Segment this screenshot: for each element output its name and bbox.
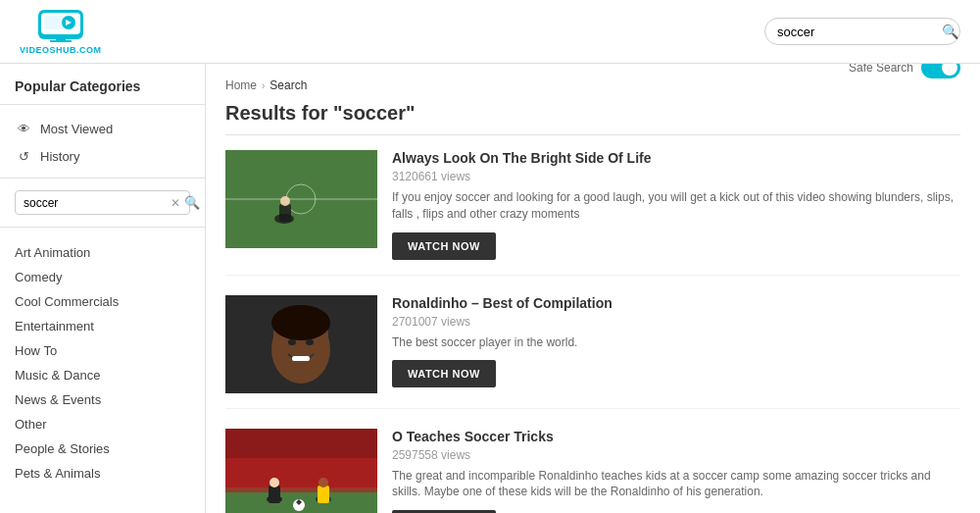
sidebar-category-news-events[interactable]: News & Events: [0, 387, 205, 412]
result-views: 3120661 views: [392, 170, 960, 183]
header: VIDEOSHUB.COM 🔍: [0, 0, 980, 64]
svg-point-16: [271, 305, 330, 340]
sidebar-item-most-viewed[interactable]: 👁 Most Viewed: [0, 115, 205, 142]
sidebar-search-clear-icon[interactable]: ✕: [171, 196, 180, 210]
sidebar-item-history[interactable]: ↺ History: [0, 142, 205, 170]
header-search-box[interactable]: 🔍: [764, 18, 960, 45]
svg-point-17: [288, 339, 296, 345]
result-thumbnail: [225, 150, 377, 248]
svg-point-25: [270, 478, 279, 487]
sidebar-search-icon[interactable]: 🔍: [184, 195, 200, 210]
result-description: If you enjoy soccer and looking for a go…: [392, 189, 960, 223]
sidebar-search-area: ✕ 🔍: [0, 178, 205, 228]
svg-rect-22: [225, 458, 377, 492]
sidebar-title: Popular Categories: [0, 78, 205, 105]
result-description: The best soccer player in the world.: [392, 334, 960, 351]
result-video-title: O Teaches Soccer Tricks: [392, 429, 960, 444]
logo[interactable]: VIDEOSHUB.COM: [20, 8, 102, 55]
sidebar-category-pets-animals[interactable]: Pets & Animals: [0, 461, 205, 486]
result-item: Always Look On The Bright Side Of Life 3…: [225, 150, 960, 276]
result-item: O Teaches Soccer Tricks 2597558 views Th…: [225, 429, 960, 513]
sidebar-category-other[interactable]: Other: [0, 412, 205, 436]
svg-rect-27: [318, 486, 329, 503]
result-video-title: Ronaldinho – Best of Compilation: [392, 295, 960, 311]
result-description: The great and incomparible Ronaldinho te…: [392, 468, 960, 501]
thumbnail-image: [225, 429, 377, 513]
result-thumbnail: [225, 429, 377, 513]
sidebar: Popular Categories 👁 Most Viewed ↺ Histo…: [0, 64, 206, 513]
breadcrumb-home[interactable]: Home: [225, 78, 257, 92]
results-title: Results for "soccer": [225, 102, 960, 135]
safe-search-label: Safe Search: [849, 64, 913, 75]
svg-point-28: [318, 478, 328, 487]
svg-rect-11: [279, 204, 291, 222]
svg-rect-24: [269, 486, 280, 503]
main-layout: Popular Categories 👁 Most Viewed ↺ Histo…: [0, 64, 980, 513]
breadcrumb-separator: ›: [262, 80, 265, 91]
result-views: 2597558 views: [392, 448, 960, 462]
sidebar-category-music-dance[interactable]: Music & Dance: [0, 363, 205, 387]
watch-now-button[interactable]: WATCH NOW: [392, 232, 496, 260]
thumbnail-image: [225, 295, 377, 393]
thumbnail-image: [225, 150, 377, 248]
safe-search-toggle[interactable]: [921, 64, 960, 78]
header-search-input[interactable]: [777, 25, 942, 39]
svg-rect-19: [292, 356, 310, 361]
header-search-icon[interactable]: 🔍: [942, 24, 958, 39]
sidebar-categories: Art Animation Comedy Cool Commercials En…: [0, 235, 205, 490]
content-area: Home › Search Safe Search Results for "s…: [206, 64, 980, 513]
result-info: O Teaches Soccer Tricks 2597558 views Th…: [392, 429, 960, 513]
sidebar-nav-label: History: [40, 149, 79, 164]
result-item: Ronaldinho – Best of Compilation 2701007…: [225, 295, 960, 409]
sidebar-category-comedy[interactable]: Comedy: [0, 265, 205, 289]
history-icon: ↺: [15, 147, 32, 165]
result-info: Ronaldinho – Best of Compilation 2701007…: [392, 295, 960, 393]
results-list: Always Look On The Bright Side Of Life 3…: [225, 150, 960, 513]
sidebar-search-box[interactable]: ✕ 🔍: [15, 190, 190, 215]
breadcrumb: Home › Search: [225, 78, 307, 92]
logo-text: VIDEOSHUB.COM: [20, 45, 102, 55]
svg-point-12: [280, 196, 290, 206]
result-video-title: Always Look On The Bright Side Of Life: [392, 150, 960, 166]
sidebar-category-art-animation[interactable]: Art Animation: [0, 240, 205, 265]
logo-icon: [36, 8, 85, 43]
result-views: 2701007 views: [392, 315, 960, 329]
result-thumbnail: [225, 295, 377, 393]
result-info: Always Look On The Bright Side Of Life 3…: [392, 150, 960, 260]
sidebar-category-entertainment[interactable]: Entertainment: [0, 314, 205, 338]
sidebar-category-how-to[interactable]: How To: [0, 338, 205, 363]
eye-icon: 👁: [15, 120, 32, 137]
sidebar-search-input[interactable]: [24, 196, 171, 210]
sidebar-nav-label: Most Viewed: [40, 122, 113, 136]
safe-search-row: Safe Search: [849, 64, 960, 78]
sidebar-category-cool-commercials[interactable]: Cool Commercials: [0, 289, 205, 314]
watch-now-button[interactable]: WATCH NOW: [392, 360, 496, 387]
sidebar-category-people-stories[interactable]: People & Stories: [0, 436, 205, 461]
breadcrumb-current: Search: [270, 78, 307, 92]
svg-point-18: [306, 339, 314, 345]
svg-rect-6: [50, 40, 72, 42]
